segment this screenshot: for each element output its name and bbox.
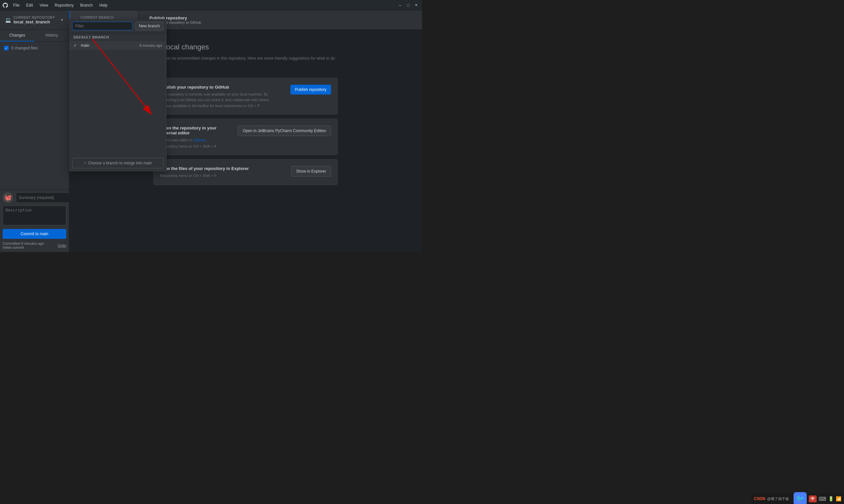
toolbar: 💻 Current repository local_test_branch ▼…: [0, 11, 422, 30]
github-logo-icon: [3, 3, 8, 8]
undo-button[interactable]: Undo: [58, 244, 66, 247]
repository-label: Current repository: [14, 16, 58, 19]
close-button[interactable]: ✕: [413, 2, 419, 8]
repository-selector[interactable]: 💻 Current repository local_test_branch ▼: [0, 11, 69, 29]
repository-name: local_test_branch: [14, 19, 58, 24]
suggestion-title-editor: Open the repository in your external edi…: [160, 126, 232, 136]
commit-area: 🐙 Commit to main Committed 8 minutes ago…: [0, 190, 69, 252]
minimize-button[interactable]: ─: [397, 2, 403, 8]
merge-label: Choose a branch to merge into main: [88, 161, 152, 165]
maximize-button[interactable]: □: [405, 2, 411, 8]
branch-item-time: 8 minutes ago: [139, 43, 162, 48]
explorer-suggestion-card: View the files of your repository in Exp…: [153, 159, 338, 185]
tab-changes[interactable]: Changes: [0, 30, 35, 41]
menu-branch[interactable]: Branch: [77, 2, 95, 8]
suggestion-title-publish: Publish your repository to GitHub: [160, 85, 285, 90]
repository-chevron-icon: ▼: [60, 18, 64, 22]
merge-icon: ⑂: [84, 161, 86, 165]
suggestion-hint-editor: Repository menu or Ctrl + Shift + A: [160, 144, 232, 148]
changed-files-count: 0 changed files: [11, 46, 38, 50]
commit-button[interactable]: Commit to main: [3, 229, 66, 239]
publish-repository-action-button[interactable]: Publish repository: [291, 85, 331, 94]
suggestion-text-editor: Open the repository in your external edi…: [160, 126, 232, 148]
suggestion-title-explorer: View the files of your repository in Exp…: [160, 166, 286, 171]
open-editor-button[interactable]: Open in JetBrains PyCharm Community Edit…: [238, 126, 331, 136]
menu-edit[interactable]: Edit: [23, 2, 36, 8]
menu-repository[interactable]: Repository: [52, 2, 76, 8]
branch-item-name: main: [81, 43, 137, 48]
suggestion-hint-publish: Always available in the toolbar for loca…: [160, 104, 285, 108]
options-link[interactable]: Options: [193, 138, 206, 142]
show-in-explorer-button[interactable]: Show in Explorer: [291, 166, 331, 177]
titlebar-menu: File Edit View Repository Branch Help: [11, 2, 110, 8]
editor-suggestion-card: Open the repository in your external edi…: [153, 119, 338, 155]
suggestion-desc-editor: Select your editor in Options: [160, 137, 232, 143]
changes-list: ✓ 0 changed files: [0, 42, 69, 190]
commit-footer: Committed 8 minutes ago Initial commit U…: [3, 241, 66, 249]
suggestion-text-explorer: View the files of your repository in Exp…: [160, 166, 286, 179]
select-all-checkbox[interactable]: ✓: [4, 46, 8, 50]
branch-dropdown: New branch Default branch ✓ main 8 minut…: [69, 19, 167, 171]
suggestion-text-publish: Publish your repository to GitHub This r…: [160, 85, 285, 108]
no-changes-subtitle: There are no uncommitted changes in this…: [153, 55, 338, 68]
commit-footer-text: Committed 8 minutes ago Initial commit: [3, 241, 44, 249]
titlebar: File Edit View Repository Branch Help ─ …: [0, 0, 422, 11]
branch-filter-input[interactable]: [72, 22, 133, 30]
repository-content: Current repository local_test_branch: [14, 16, 58, 24]
avatar-image: 🐙: [4, 194, 12, 201]
menu-file[interactable]: File: [11, 2, 22, 8]
commit-description-input[interactable]: [3, 205, 66, 225]
changed-files-row: ✓ 0 changed files: [0, 44, 69, 52]
default-branch-label: Default branch: [70, 33, 166, 41]
new-branch-button[interactable]: New branch: [135, 22, 163, 30]
checkbox-check-icon: ✓: [5, 47, 7, 50]
tab-bar: Changes History: [0, 30, 69, 42]
branch-item-main[interactable]: ✓ main 8 minutes ago: [70, 41, 166, 50]
menu-view[interactable]: View: [37, 2, 51, 8]
branch-dropdown-header: New branch: [70, 19, 166, 33]
suggestion-desc-publish: This repository is currently only availa…: [160, 92, 285, 103]
main-layout: Changes History ✓ 0 changed files 🐙: [0, 30, 422, 252]
merge-into-main-button[interactable]: ⑂ Choose a branch to merge into main: [72, 158, 163, 168]
publish-suggestion-card: Publish your repository to GitHub This r…: [153, 78, 338, 115]
commit-summary-input[interactable]: [16, 192, 71, 203]
computer-icon: 💻: [5, 17, 11, 23]
branch-label: Current branch: [81, 16, 127, 19]
commit-header: 🐙: [3, 192, 66, 203]
tab-history[interactable]: History: [35, 30, 69, 41]
suggestion-desc-explorer: Repository menu or Ctrl + Shift + F: [160, 173, 286, 179]
branch-selected-icon: ✓: [73, 43, 78, 48]
left-panel: Changes History ✓ 0 changed files 🐙: [0, 30, 69, 252]
no-changes-container: No local changes There are no uncommitte…: [153, 43, 338, 189]
menu-help[interactable]: Help: [97, 2, 110, 8]
no-changes-title: No local changes: [153, 43, 338, 51]
titlebar-controls: ─ □ ✕: [397, 2, 419, 8]
avatar: 🐙: [3, 192, 13, 203]
titlebar-left: File Edit View Repository Branch Help: [3, 2, 110, 8]
